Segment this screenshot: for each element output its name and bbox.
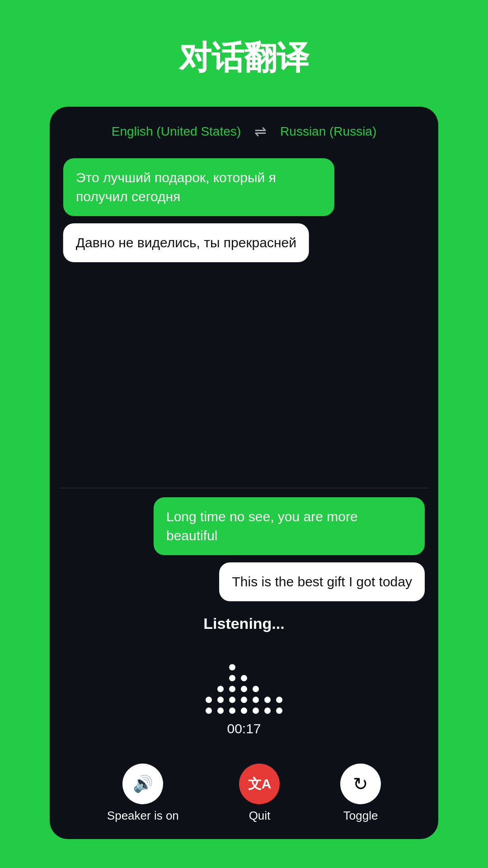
dot (217, 697, 224, 703)
language-header: English (United States) ⇌ Russian (Russi… (50, 107, 438, 149)
quit-label: Quit (249, 809, 271, 823)
dot (276, 697, 282, 703)
bottom-controls: 🔊 Speaker is on 文A Quit ↻ Toggle (50, 756, 438, 839)
dot (229, 708, 235, 714)
speaker-circle[interactable]: 🔊 (122, 764, 163, 804)
speaker-icon: 🔊 (133, 774, 153, 793)
quit-icon: 文A (248, 775, 272, 793)
dot (253, 697, 259, 703)
swap-icon[interactable]: ⇌ (254, 123, 267, 140)
dot (241, 708, 247, 714)
quit-button[interactable]: 文A Quit (239, 764, 280, 823)
speaker-button[interactable]: 🔊 Speaker is on (107, 764, 179, 823)
wave-col-5 (253, 686, 259, 714)
wave-col-6 (264, 697, 271, 714)
speaker-label: Speaker is on (107, 809, 179, 823)
listening-status: Listening... (203, 615, 284, 632)
dot (253, 686, 259, 692)
wave-col-4 (241, 675, 247, 714)
toggle-button[interactable]: ↻ Toggle (340, 764, 381, 823)
dot (229, 686, 235, 692)
listening-section: Listening... (50, 610, 438, 756)
dot (241, 686, 247, 692)
chat-bottom-area: Long time no see, you are more beautiful… (50, 488, 438, 610)
dot (217, 686, 224, 692)
toggle-icon: ↻ (353, 774, 368, 794)
quit-circle[interactable]: 文A (239, 764, 280, 804)
wave-col-1 (206, 697, 212, 714)
normal-message-1: Long time no see, you are more beautiful (154, 497, 425, 555)
normal-message-2: This is the best gift I got today (219, 562, 425, 601)
flipped-message-1: Это лучший подарок, который я получил се… (63, 158, 334, 216)
dot (229, 697, 235, 703)
dot (264, 697, 271, 703)
toggle-label: Toggle (343, 809, 378, 823)
dot (229, 675, 235, 681)
toggle-circle[interactable]: ↻ (340, 764, 381, 804)
wave-col-2 (217, 686, 224, 714)
lang-right[interactable]: Russian (Russia) (280, 124, 376, 139)
dot (241, 697, 247, 703)
dot (229, 664, 235, 670)
dot (253, 708, 259, 714)
dot (206, 697, 212, 703)
chat-top-area: Давно не виделись, ты прекрасней Это луч… (50, 149, 438, 488)
app-title: 对话翻译 (179, 36, 309, 80)
wave-col-3 (229, 664, 235, 714)
wave-col-7 (276, 697, 282, 714)
main-card: English (United States) ⇌ Russian (Russi… (50, 107, 438, 839)
dot (241, 675, 247, 681)
dot (206, 708, 212, 714)
flipped-message-2: Давно не виделись, ты прекрасней (63, 223, 309, 262)
dot (217, 708, 224, 714)
waveform (206, 642, 282, 714)
lang-left[interactable]: English (United States) (112, 124, 241, 139)
timer-display: 00:17 (227, 721, 261, 736)
dot (264, 708, 271, 714)
dot (276, 708, 282, 714)
